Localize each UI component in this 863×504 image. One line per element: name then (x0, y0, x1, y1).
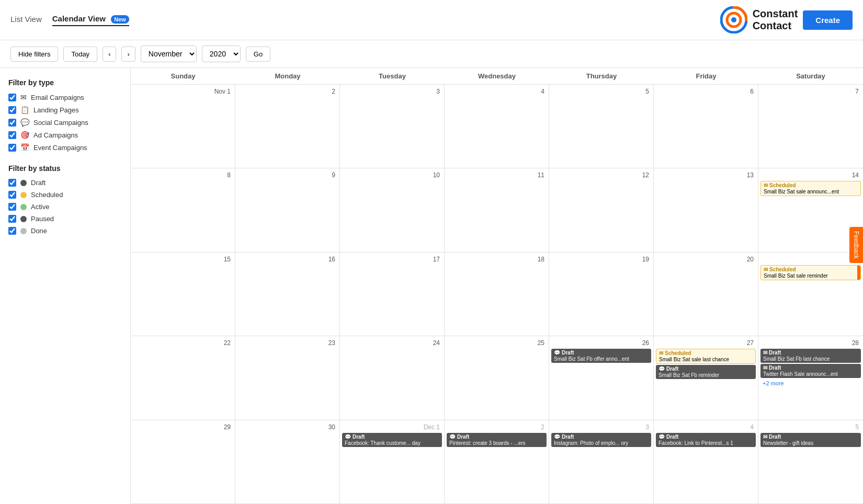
events-nov-14: ✉ Scheduled Small Biz Sat sale announc..… (760, 181, 861, 196)
day-header-saturday: Saturday (758, 68, 863, 84)
filter-ad-checkbox[interactable] (8, 131, 16, 139)
filter-email-campaigns[interactable]: ✉ Email Campaigns (8, 93, 122, 101)
tab-list-view[interactable]: List View (10, 15, 42, 26)
event-nov28-1[interactable]: ✉ Draft Small Biz Sat Fb last chance (760, 349, 861, 363)
toolbar: Hide filters Today ‹ › November December… (0, 40, 863, 68)
draft-dot (20, 180, 27, 186)
header: List View Calendar View New Constant Con… (0, 0, 863, 40)
event-dec4-1[interactable]: 💬 Draft Facebook: Link to Pinterest...s … (656, 433, 756, 447)
done-dot (20, 228, 27, 234)
filter-event-campaigns[interactable]: 📅 Event Campaigns (8, 143, 122, 152)
day-nov-18: 18 (445, 253, 549, 336)
event-nov26-1[interactable]: 💬 Draft Small Biz Sat Fb offer anno...en… (551, 349, 651, 363)
event-nov27-1[interactable]: ✉ Scheduled Small Biz Sat sale last chan… (656, 349, 756, 364)
events-nov-26: 💬 Draft Small Biz Sat Fb offer anno...en… (551, 349, 651, 363)
svg-point-2 (731, 17, 736, 22)
event-dec2-1[interactable]: 💬 Draft Pinterest: create 3 boards - ...… (447, 433, 547, 447)
day-nov-2: 2 (235, 85, 340, 168)
day-dec-2: 2 💬 Draft Pinterest: create 3 boards - .… (445, 420, 549, 503)
filter-landing-pages[interactable]: 📋 Landing Pages (8, 106, 122, 114)
event-nov21-1[interactable]: ✉ Scheduled Small Biz Sat sale reminder (760, 265, 861, 280)
events-nov-27: ✉ Scheduled Small Biz Sat sale last chan… (656, 349, 756, 379)
calendar-grid: Sunday Monday Tuesday Wednesday Thursday… (131, 68, 863, 504)
new-badge: New (111, 15, 129, 24)
filter-done-checkbox[interactable] (8, 227, 16, 235)
day-header-monday: Monday (235, 68, 340, 84)
feedback-button[interactable]: Feedback (849, 227, 863, 263)
day-dec-4: 4 💬 Draft Facebook: Link to Pinterest...… (654, 420, 758, 503)
filter-active-status[interactable]: Active (8, 203, 122, 211)
email-icon-small: ✉ (763, 434, 767, 440)
bubble-icon: 💬 (658, 434, 665, 440)
filter-event-checkbox[interactable] (8, 144, 16, 152)
bubble-icon: 💬 (345, 434, 351, 440)
logo-icon (720, 6, 747, 33)
events-dec-2: 💬 Draft Pinterest: create 3 boards - ...… (447, 433, 547, 447)
day-dec-3: 3 💬 Draft Instagram: Photo of emplo... o… (549, 420, 654, 503)
filter-by-type-section: Filter by type ✉ Email Campaigns 📋 Landi… (8, 78, 122, 152)
create-button[interactable]: Create (803, 10, 853, 30)
bubble-icon: 💬 (554, 434, 560, 440)
week-row-4: 22 23 24 25 26 💬 Draft Small Biz Sat Fb … (131, 336, 863, 420)
social-icon: 💬 (20, 118, 29, 127)
filter-paused-status[interactable]: Paused (8, 215, 122, 223)
event-dec3-1[interactable]: 💬 Draft Instagram: Photo of emplo... ory (551, 433, 651, 447)
day-nov-16: 16 (235, 253, 340, 336)
go-button[interactable]: Go (246, 47, 270, 62)
event-icon: 📅 (20, 143, 29, 152)
filter-paused-checkbox[interactable] (8, 215, 16, 223)
prev-button[interactable]: ‹ (103, 47, 116, 62)
filter-draft-checkbox[interactable] (8, 179, 16, 187)
event-dec1-1[interactable]: 💬 Draft Facebook: Thank custome... day (342, 433, 442, 447)
filter-draft-status[interactable]: Draft (8, 179, 122, 187)
filter-active-checkbox[interactable] (8, 203, 16, 211)
filter-ad-campaigns[interactable]: 🎯 Ad Campaigns (8, 131, 122, 139)
day-nov-24: 24 (340, 336, 445, 419)
day-nov-3: 3 (340, 85, 445, 168)
filter-social-checkbox[interactable] (8, 119, 16, 127)
filter-scheduled-checkbox[interactable] (8, 191, 16, 199)
day-nov-30: 30 (235, 420, 340, 503)
day-nov-27: 27 ✉ Scheduled Small Biz Sat sale last c… (654, 336, 758, 419)
email-icon-small: ✉ (763, 350, 767, 356)
more-link-nov28[interactable]: +2 more (760, 379, 861, 387)
events-dec-5: ✉ Draft Newsletter - gift ideas (760, 433, 861, 447)
day-nov-10: 10 (340, 168, 445, 251)
day-dec-1: Dec 1 💬 Draft Facebook: Thank custome...… (340, 420, 445, 503)
day-nov-4: 4 (445, 85, 549, 168)
day-nov-14: 14 ✉ Scheduled Small Biz Sat sale announ… (758, 168, 863, 251)
logo: Constant Contact Create (720, 6, 853, 33)
day-nov-26: 26 💬 Draft Small Biz Sat Fb offer anno..… (549, 336, 654, 419)
event-nov28-2[interactable]: ✉ Draft Twitter Flash Sale announc...ent (760, 364, 861, 378)
filter-by-status-section: Filter by status Draft Scheduled Active (8, 164, 122, 235)
day-header-thursday: Thursday (549, 68, 654, 84)
day-nov-22: 22 (131, 336, 235, 419)
filter-type-title: Filter by type (8, 78, 122, 87)
day-nov-6: 6 (654, 85, 758, 168)
filter-scheduled-status[interactable]: Scheduled (8, 191, 122, 199)
landing-icon: 📋 (20, 106, 29, 114)
day-header-wednesday: Wednesday (445, 68, 549, 84)
ad-icon: 🎯 (20, 131, 29, 139)
filter-done-status[interactable]: Done (8, 227, 122, 235)
event-nov14-1[interactable]: ✉ Scheduled Small Biz Sat sale announc..… (760, 181, 861, 196)
tab-calendar-view[interactable]: Calendar View New (52, 14, 129, 26)
filter-email-checkbox[interactable] (8, 94, 16, 101)
next-button[interactable]: › (121, 47, 135, 62)
hide-filters-button[interactable]: Hide filters (10, 47, 58, 62)
day-dec-5: 5 ✉ Draft Newsletter - gift ideas (758, 420, 863, 503)
sidebar: Filter by type ✉ Email Campaigns 📋 Landi… (0, 68, 131, 504)
day-nov-13: 13 (654, 168, 758, 251)
filter-social-campaigns[interactable]: 💬 Social Campaigns (8, 118, 122, 127)
day-nov-5: 5 (549, 85, 654, 168)
day-nov-11: 11 (445, 168, 549, 251)
day-nov-20: 20 (654, 253, 758, 336)
feedback-wrapper: Feedback (849, 227, 863, 265)
today-button[interactable]: Today (63, 47, 97, 62)
filter-landing-checkbox[interactable] (8, 106, 16, 114)
event-dec5-1[interactable]: ✉ Draft Newsletter - gift ideas (760, 433, 861, 447)
month-select[interactable]: November December January (141, 45, 197, 62)
bubble-icon: 💬 (554, 350, 560, 356)
event-nov27-2[interactable]: 💬 Draft Small Biz Sat Fb reminder (656, 365, 756, 379)
year-select[interactable]: 2020 2021 (202, 45, 241, 62)
